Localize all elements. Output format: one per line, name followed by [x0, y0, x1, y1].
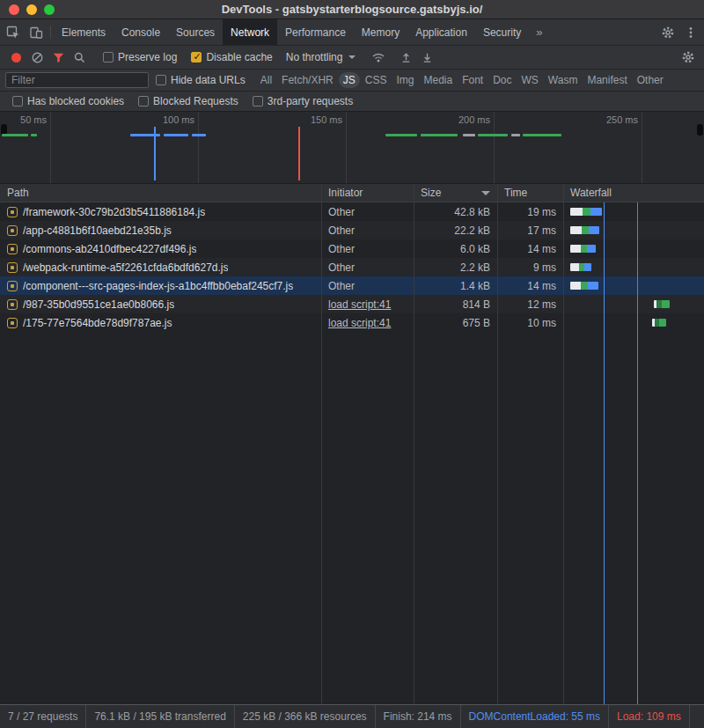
status-text: 225 kB / 366 kB resources	[243, 710, 367, 723]
checkbox-has-blocked-cookies[interactable]: Has blocked cookies	[12, 95, 124, 107]
settings-button[interactable]	[656, 19, 679, 45]
overview-handle-right[interactable]	[697, 124, 703, 136]
network-request-row[interactable]: /commons-ab2410dfbec4227df496.js Other 6…	[0, 239, 704, 258]
tab-sources[interactable]: Sources	[168, 19, 223, 45]
device-toolbar-button[interactable]	[25, 19, 48, 45]
network-request-row[interactable]: /175-77e7564bde78d9f787ae.js load script…	[0, 313, 704, 332]
tab-console[interactable]: Console	[114, 19, 168, 45]
request-time: 19 ms	[497, 202, 563, 221]
overview-tick-label: 100 ms	[163, 114, 194, 125]
column-header-waterfall[interactable]: Waterfall	[563, 184, 704, 202]
checkbox-blocked-requests[interactable]: Blocked Requests	[138, 95, 238, 107]
close-window-button[interactable]	[9, 4, 19, 15]
panel-tabs: ElementsConsoleSourcesNetworkPerformance…	[54, 19, 529, 45]
column-header-time[interactable]: Time	[497, 184, 563, 202]
request-initiator-link[interactable]: load script:41	[328, 317, 391, 329]
tab-elements[interactable]: Elements	[54, 19, 114, 45]
export-har-button[interactable]	[395, 47, 416, 68]
throttling-select[interactable]: No throttling	[280, 51, 363, 63]
sort-descending-icon	[481, 191, 490, 195]
column-header-path[interactable]: Path	[0, 184, 321, 202]
filter-pill-ws[interactable]: WS	[517, 72, 543, 88]
request-path-cell: /175-77e7564bde78d9f787ae.js	[0, 313, 321, 332]
filter-pill-all[interactable]: All	[256, 72, 276, 88]
network-settings-button[interactable]	[678, 47, 699, 68]
network-request-row[interactable]: /987-35b0d9551ce1ae0b8066.js load script…	[0, 295, 704, 313]
request-initiator-text: Other	[328, 206, 355, 218]
network-conditions-icon	[371, 50, 385, 64]
request-path-cell: /component---src-pages-index-js-a1bc4ffb…	[0, 276, 321, 295]
tab-network[interactable]: Network	[223, 19, 277, 45]
record-network-log-button[interactable]	[5, 47, 26, 68]
request-path: /commons-ab2410dfbec4227df496.js	[23, 243, 196, 255]
request-waterfall-cell	[563, 202, 704, 221]
status-item: 225 kB / 366 kB resources	[235, 705, 376, 728]
network-request-row[interactable]: /component---src-pages-index-js-a1bc4ffb…	[0, 276, 704, 295]
filter-pill-wasm[interactable]: Wasm	[544, 72, 583, 88]
tab-security[interactable]: Security	[475, 19, 529, 45]
tab-performance[interactable]: Performance	[277, 19, 354, 45]
filter-pill-manifest[interactable]: Manifest	[583, 72, 631, 88]
column-divider[interactable]	[321, 184, 322, 704]
overview-dcl-line	[154, 127, 156, 180]
request-size: 42.8 kB	[414, 202, 497, 221]
network-request-row[interactable]: /framework-30c79b2d3b5411886184.js Other…	[0, 202, 704, 221]
filter-pill-js[interactable]: JS	[339, 72, 360, 88]
network-request-row[interactable]: /webpack-runtime-a5f2261cfda6bdfd627d.js…	[0, 258, 704, 276]
request-time: 12 ms	[497, 295, 563, 313]
request-waterfall-cell	[563, 221, 704, 239]
filter-toggle-button[interactable]	[48, 47, 69, 68]
overview-gridline	[50, 112, 51, 184]
filter-pill-img[interactable]: Img	[392, 72, 418, 88]
zoom-window-button[interactable]	[44, 4, 55, 15]
search-icon	[73, 51, 86, 64]
hide-data-urls-checkbox[interactable]: Hide data URLs	[156, 74, 246, 86]
request-initiator-cell: load script:41	[321, 313, 414, 332]
column-divider[interactable]	[414, 184, 414, 704]
tab-application[interactable]: Application	[407, 19, 475, 45]
more-options-button[interactable]	[679, 19, 702, 45]
more-tabs-button[interactable]: »	[529, 19, 549, 45]
js-file-icon	[7, 225, 18, 236]
filter-pill-css[interactable]: CSS	[361, 72, 392, 88]
column-header-size[interactable]: Size	[414, 184, 497, 202]
network-conditions-button[interactable]	[368, 47, 389, 68]
overview-gridline	[198, 112, 199, 184]
column-divider[interactable]	[497, 184, 498, 704]
filter-pill-media[interactable]: Media	[419, 72, 457, 88]
search-button[interactable]	[69, 47, 90, 68]
filter-pill-other[interactable]: Other	[633, 72, 668, 88]
overview-tick-label: 150 ms	[311, 114, 342, 125]
overview-tick-label: 50 ms	[20, 114, 47, 125]
devtools-window: DevTools - gatsbystarterblogsource.gatsb…	[0, 0, 704, 728]
checkbox-label: Hide data URLs	[171, 74, 246, 86]
filter-pill-font[interactable]: Font	[458, 72, 488, 88]
request-path-cell: /987-35b0d9551ce1ae0b8066.js	[0, 295, 321, 313]
clear-network-log-button[interactable]	[26, 47, 48, 68]
preserve-log-checkbox[interactable]: Preserve log	[103, 51, 177, 63]
filter-input[interactable]	[5, 72, 149, 88]
tab-memory[interactable]: Memory	[354, 19, 407, 45]
import-har-button[interactable]	[416, 47, 437, 68]
waterfall-bar	[570, 208, 602, 216]
overview-strip[interactable]: 50 ms 100 ms 150 ms 200 ms 250 ms	[0, 112, 704, 184]
column-divider[interactable]	[563, 184, 564, 704]
network-request-row[interactable]: /app-c4881b6f10aebd21e35b.js Other 22.2 …	[0, 221, 704, 239]
request-path-cell: /webpack-runtime-a5f2261cfda6bdfd627d.js	[0, 258, 321, 276]
filter-pill-doc[interactable]: Doc	[488, 72, 516, 88]
overview-activity-mark	[2, 134, 28, 136]
status-text: 7 / 27 requests	[8, 710, 77, 723]
request-path: /framework-30c79b2d3b5411886184.js	[23, 206, 205, 218]
inspect-element-button[interactable]	[2, 19, 25, 45]
waterfall-dcl-line	[604, 202, 605, 704]
waterfall-bar	[570, 263, 591, 271]
waterfall-bar	[654, 300, 670, 308]
checkbox-3rd-party-requests[interactable]: 3rd-party requests	[253, 95, 353, 107]
disable-cache-checkbox[interactable]: Disable cache	[191, 51, 272, 63]
column-header-initiator[interactable]: Initiator	[321, 184, 414, 202]
request-initiator-link[interactable]: load script:41	[328, 298, 391, 311]
throttling-value: No throttling	[286, 51, 343, 63]
minimize-window-button[interactable]	[26, 4, 37, 15]
filter-pill-fetch-xhr[interactable]: Fetch/XHR	[277, 72, 338, 88]
waterfall-bar	[570, 226, 599, 234]
